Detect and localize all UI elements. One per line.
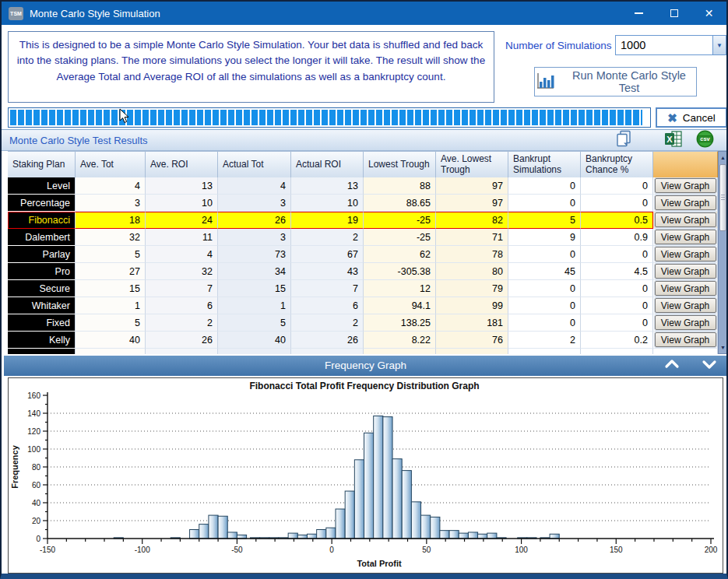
value-cell [581, 349, 653, 354]
column-header-actual-tot[interactable]: Actual Tot [218, 151, 291, 177]
staking-plan-cell: Secure [8, 280, 76, 297]
value-cell: 26 [218, 212, 291, 229]
titlebar[interactable]: TSM Monte Carlo Style Simulation ✕ [2, 2, 726, 25]
value-cell [364, 349, 436, 354]
value-cell [218, 349, 291, 354]
mouse-cursor-icon [119, 108, 130, 127]
value-cell: 2 [291, 229, 364, 246]
maximize-button[interactable] [656, 2, 691, 25]
svg-text:X: X [666, 134, 673, 143]
cancel-x-icon: ✖ [667, 112, 677, 124]
view-graph-button[interactable]: View Graph [655, 178, 716, 193]
view-graph-button[interactable]: View Graph [655, 298, 716, 313]
column-header-actual-roi[interactable]: Actual ROI [291, 151, 364, 177]
column-header-staking-plan[interactable]: Staking Plan [8, 151, 76, 177]
value-cell: 10 [146, 195, 218, 212]
view-graph-button[interactable]: View Graph [655, 230, 716, 244]
frequency-graph-panel-header: Frequency Graph [4, 356, 727, 376]
staking-plan-cell: Level [8, 177, 76, 195]
view-graph-button[interactable]: View Graph [655, 281, 716, 296]
value-cell: 2 [291, 314, 364, 332]
minimize-button[interactable] [621, 2, 656, 25]
svg-text:-100: -100 [135, 546, 150, 554]
table-row-fixed[interactable]: Fixed5252138.2518100View Graph [8, 314, 718, 332]
frequency-histogram: Fibonacci Total Profit Frequency Distrib… [8, 377, 723, 574]
value-cell: 4 [218, 177, 291, 195]
table-row-pro[interactable]: Pro27323443-305.3880454.5View Graph [8, 263, 718, 280]
value-cell: -305.38 [364, 263, 436, 280]
value-cell: 0.2 [581, 332, 653, 349]
view-graph-button[interactable]: View Graph [655, 247, 716, 261]
column-header-ave-roi[interactable]: Ave. ROI [146, 151, 218, 177]
table-row-fibonacci[interactable]: Fibonacci18242619-258250.5View Graph [8, 212, 718, 229]
value-cell: 79 [436, 280, 508, 297]
value-cell: 82 [436, 212, 508, 229]
svg-text:20: 20 [32, 517, 41, 525]
intro-description: This is designed to be a simple Monte Ca… [8, 31, 494, 103]
value-cell: 13 [146, 177, 218, 195]
value-cell: 0.9 [581, 229, 653, 246]
value-cell: 5 [218, 314, 291, 332]
value-cell: 0 [508, 297, 581, 314]
value-cell: 12 [364, 280, 436, 297]
view-graph-button[interactable]: View Graph [655, 315, 716, 330]
view-graph-cell: View Graph [653, 195, 718, 212]
column-header-view-graph[interactable] [653, 151, 718, 177]
scroll-up-icon[interactable]: ▲ [719, 152, 727, 163]
svg-text:160: 160 [27, 391, 40, 400]
value-cell: 1 [218, 297, 291, 314]
table-row-kelly[interactable]: Kelly402640268.227620.2View Graph [8, 332, 718, 349]
table-row-parlay[interactable]: Parlay547367627800View Graph [8, 246, 718, 263]
cancel-button[interactable]: ✖ Cancel [656, 107, 727, 128]
value-cell [291, 349, 364, 354]
progress-bar-fill [10, 110, 642, 125]
value-cell: 15 [76, 280, 146, 297]
value-cell: 4.5 [581, 263, 653, 280]
table-row-level[interactable]: Level413413889700View Graph [8, 177, 718, 195]
table-row-secure[interactable]: Secure157157127900View Graph [8, 280, 718, 297]
frequency-graph-title: Frequency Graph [4, 360, 727, 371]
column-header-ave-lowest-trough[interactable]: Ave. Lowest Trough [436, 151, 508, 177]
value-cell: 15 [218, 280, 291, 297]
column-header-lowest-trough[interactable]: Lowest Trough [364, 151, 436, 177]
value-cell: 9 [508, 229, 581, 246]
value-cell: 3 [218, 229, 291, 246]
table-row-partial[interactable] [8, 349, 718, 354]
view-graph-button[interactable]: View Graph [655, 264, 716, 279]
view-graph-button[interactable]: View Graph [655, 332, 716, 347]
collapse-down-icon[interactable] [701, 359, 718, 373]
num-simulations-dropdown[interactable]: 1000 ▼ [615, 35, 726, 55]
table-row-dalembert[interactable]: Dalembert321132-257190.9View Graph [8, 229, 718, 246]
value-cell: 0 [508, 280, 581, 297]
view-graph-button[interactable]: View Graph [655, 212, 716, 227]
chevron-down-icon[interactable]: ▼ [712, 36, 726, 54]
view-graph-cell: View Graph [653, 177, 718, 195]
copy-icon[interactable] [616, 130, 632, 151]
excel-export-icon[interactable]: X [665, 130, 682, 151]
view-graph-cell: View Graph [653, 297, 718, 314]
table-row-whitaker[interactable]: Whitaker161694.19900View Graph [8, 297, 718, 314]
staking-plan-cell: Dalembert [8, 229, 76, 246]
csv-export-icon[interactable]: csv [696, 130, 714, 151]
table-scrollbar[interactable]: ▲ ▼ [718, 151, 728, 354]
svg-text:150: 150 [610, 546, 623, 554]
maximize-icon [670, 9, 678, 17]
column-header-bankrupt-simulations[interactable]: Bankrupt Simulations [508, 151, 581, 177]
value-cell: 0 [581, 177, 653, 195]
collapse-up-icon[interactable] [663, 359, 681, 373]
value-cell: 0.5 [581, 212, 653, 229]
close-button[interactable]: ✕ [691, 2, 726, 25]
results-table-header: Staking PlanAve. TotAve. ROIActual TotAc… [8, 151, 718, 177]
value-cell: 26 [291, 332, 364, 349]
value-cell: 2 [508, 332, 581, 349]
scrollbar-thumb[interactable] [719, 164, 726, 231]
value-cell: 5 [508, 212, 581, 229]
window-title: Monte Carlo Style Simulation [30, 8, 160, 19]
column-header-bankruptcy-chance-[interactable]: Bankruptcy Chance % [581, 151, 653, 177]
scroll-down-icon[interactable]: ▼ [719, 342, 727, 353]
table-row-percentage[interactable]: Percentage31031088.659700View Graph [8, 195, 718, 212]
column-header-ave-tot[interactable]: Ave. Tot [76, 151, 146, 177]
run-monte-carlo-button[interactable]: Run Monte Carlo Style Test [534, 67, 697, 96]
view-graph-button[interactable]: View Graph [655, 195, 716, 210]
progress-bar [8, 107, 651, 128]
